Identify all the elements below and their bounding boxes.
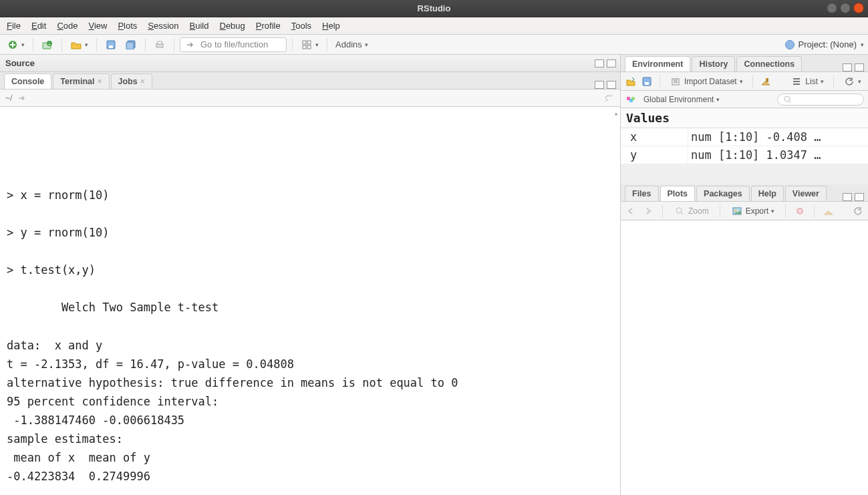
console-output[interactable]: ▴ > x = rnorm(10) > y = rnorm(10) > t.te… bbox=[0, 107, 620, 495]
folder-open-icon bbox=[70, 39, 82, 51]
refresh-icon bbox=[843, 75, 855, 88]
pane-max-icon[interactable] bbox=[855, 193, 864, 201]
console-path-bar: ~/ bbox=[0, 90, 620, 107]
window-minimize-button[interactable] bbox=[827, 3, 837, 13]
menu-view[interactable]: View bbox=[88, 21, 107, 31]
close-icon[interactable]: × bbox=[140, 77, 145, 86]
project-menu-button[interactable]: Project: (None) ▾ bbox=[785, 39, 864, 49]
menu-debug[interactable]: Debug bbox=[220, 21, 245, 31]
run-arrow-icon[interactable] bbox=[16, 92, 28, 104]
open-file-button[interactable]: ▾ bbox=[67, 37, 91, 52]
dropdown-caret-icon: ▾ bbox=[85, 41, 88, 48]
svg-rect-12 bbox=[303, 45, 306, 49]
env-search-input[interactable] bbox=[777, 94, 864, 106]
menu-file[interactable]: File bbox=[7, 21, 21, 31]
refresh-button[interactable]: ▾ bbox=[841, 74, 864, 89]
pane-max-icon[interactable] bbox=[607, 81, 616, 89]
window-titlebar: RStudio bbox=[0, 0, 868, 17]
r-logo-icon bbox=[785, 40, 794, 49]
svg-rect-9 bbox=[158, 41, 162, 44]
save-button[interactable] bbox=[102, 37, 120, 52]
menu-build[interactable]: Build bbox=[190, 21, 209, 31]
menu-session[interactable]: Session bbox=[148, 21, 178, 31]
plot-remove-icon[interactable] bbox=[794, 205, 806, 217]
console-path: ~/ bbox=[5, 94, 12, 103]
plot-clear-all-icon[interactable] bbox=[823, 205, 835, 217]
main-toolbar: ▾ + ▾ Go to file/function ▾ Addins ▾ Pro… bbox=[0, 35, 868, 55]
grid-icon bbox=[301, 39, 313, 51]
pane-min-icon[interactable] bbox=[843, 193, 852, 201]
env-var-value: num [1:10] 1.0347 … bbox=[688, 146, 868, 164]
addins-button[interactable]: Addins ▾ bbox=[333, 37, 371, 52]
addins-label: Addins bbox=[335, 39, 362, 49]
plot-refresh-icon[interactable] bbox=[852, 205, 864, 217]
goto-arrow-icon bbox=[184, 39, 196, 51]
source-pane-header: Source bbox=[0, 55, 620, 72]
menu-tools[interactable]: Tools bbox=[291, 21, 311, 31]
pane-max-icon[interactable] bbox=[607, 59, 616, 67]
tab-connections[interactable]: Connections bbox=[736, 56, 802, 71]
pane-min-icon[interactable] bbox=[595, 81, 604, 89]
environment-scope-bar: Global Environment ▾ bbox=[621, 91, 868, 108]
menubar: File Edit Code View Plots Session Build … bbox=[0, 17, 868, 35]
tab-files[interactable]: Files bbox=[625, 186, 659, 201]
save-all-button[interactable] bbox=[122, 37, 140, 52]
env-scope-button[interactable]: Global Environment ▾ bbox=[641, 92, 722, 107]
window-title: RStudio bbox=[418, 3, 451, 13]
print-button[interactable] bbox=[151, 37, 168, 52]
svg-rect-17 bbox=[766, 78, 768, 82]
bottom-right-tabs: Files Plots Packages Help Viewer bbox=[621, 184, 868, 202]
menu-code[interactable]: Code bbox=[57, 21, 78, 31]
tab-plots[interactable]: Plots bbox=[660, 186, 696, 201]
r-project-icon: + bbox=[41, 39, 53, 51]
env-var-value: num [1:10] -0.408 … bbox=[688, 128, 868, 146]
env-variable-row[interactable]: ynum [1:10] 1.0347 … bbox=[621, 146, 868, 164]
environment-tabs: Environment History Connections bbox=[621, 55, 868, 72]
plot-next-icon[interactable] bbox=[642, 205, 654, 217]
scroll-up-indicator[interactable]: ▴ bbox=[614, 108, 618, 120]
menu-edit[interactable]: Edit bbox=[31, 21, 46, 31]
clear-workspace-icon[interactable] bbox=[760, 75, 772, 88]
menu-help[interactable]: Help bbox=[322, 21, 340, 31]
dropdown-caret-icon: ▾ bbox=[365, 41, 368, 48]
print-icon bbox=[154, 39, 166, 51]
svg-rect-13 bbox=[307, 45, 311, 49]
tab-viewer[interactable]: Viewer bbox=[785, 186, 827, 201]
goto-file-function-input[interactable]: Go to file/function bbox=[180, 37, 287, 52]
dropdown-caret-icon: ▾ bbox=[821, 78, 824, 85]
goto-placeholder: Go to file/function bbox=[200, 39, 268, 49]
dropdown-caret-icon: ▾ bbox=[315, 41, 319, 48]
tab-environment[interactable]: Environment bbox=[625, 56, 690, 71]
svg-rect-11 bbox=[307, 41, 311, 44]
dropdown-caret-icon: ▾ bbox=[861, 41, 864, 48]
plots-toolbar: Zoom Export ▾ bbox=[621, 202, 868, 220]
new-project-button[interactable]: + bbox=[39, 37, 56, 52]
save-workspace-icon[interactable] bbox=[641, 75, 653, 88]
view-mode-button[interactable]: List ▾ bbox=[788, 74, 827, 89]
plot-prev-icon[interactable] bbox=[625, 205, 637, 217]
menu-plots[interactable]: Plots bbox=[118, 21, 137, 31]
plot-zoom-button[interactable]: Zoom bbox=[671, 204, 712, 218]
close-icon[interactable]: × bbox=[97, 77, 102, 86]
window-maximize-button[interactable] bbox=[840, 3, 851, 13]
window-close-button[interactable] bbox=[853, 3, 864, 13]
import-dataset-button[interactable]: Import Dataset ▾ bbox=[667, 74, 746, 89]
new-file-button[interactable]: ▾ bbox=[4, 37, 27, 52]
tab-terminal[interactable]: Terminal× bbox=[53, 73, 109, 89]
tab-console[interactable]: Console bbox=[4, 73, 51, 89]
pane-min-icon[interactable] bbox=[843, 63, 852, 71]
plot-export-button[interactable]: Export ▾ bbox=[728, 204, 778, 218]
menu-profile[interactable]: Profile bbox=[256, 21, 281, 31]
tab-packages[interactable]: Packages bbox=[696, 186, 750, 201]
env-variable-row[interactable]: xnum [1:10] -0.408 … bbox=[621, 128, 868, 146]
pane-min-icon[interactable] bbox=[595, 59, 604, 67]
workspace-panes-button[interactable]: ▾ bbox=[298, 37, 321, 52]
tab-help[interactable]: Help bbox=[751, 186, 784, 201]
load-workspace-icon[interactable] bbox=[625, 75, 637, 88]
tab-history[interactable]: History bbox=[692, 56, 735, 71]
clear-console-icon[interactable] bbox=[603, 92, 615, 104]
tab-jobs[interactable]: Jobs× bbox=[111, 73, 152, 89]
save-icon bbox=[105, 39, 117, 51]
pane-max-icon[interactable] bbox=[855, 63, 864, 71]
svg-rect-15 bbox=[645, 82, 649, 85]
